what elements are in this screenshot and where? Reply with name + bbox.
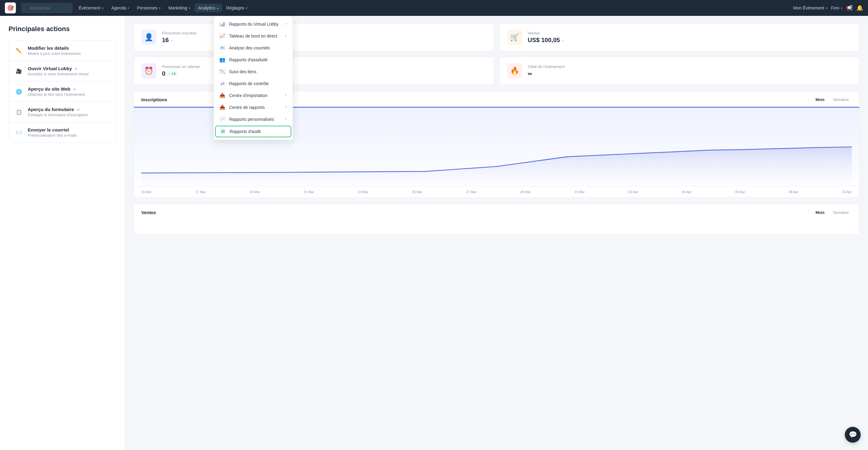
external-link-icon: ↗: [284, 22, 287, 26]
link-chart-icon: 📉: [219, 69, 225, 74]
stat-attente: ⏰ Personnes en attente 0 ↑ +1: [134, 57, 494, 85]
people-icon: 👥: [219, 57, 225, 63]
dropdown-rapports-assiduite[interactable]: 👥 Rapports d'assiduité: [214, 54, 292, 66]
action-apercu-web[interactable]: 🌐 Aperçu du site Web ↗ Obtenez le lien v…: [9, 82, 116, 102]
upload-icon: 📤: [219, 92, 225, 98]
nav-item-analytics[interactable]: Analytics ▴: [195, 4, 222, 12]
clock-icon: ⏰: [144, 66, 153, 75]
chevron-down-icon: ▾: [159, 6, 160, 10]
cart-icon: 🛒: [510, 33, 519, 41]
ventes-chart: Ventes Mois Semaine: [134, 204, 860, 235]
megaphone-icon[interactable]: 📢: [846, 5, 853, 11]
chevron-up-icon: ▴: [217, 6, 218, 10]
stat-icon-wrap-attente: ⏰: [141, 63, 156, 78]
ventes-chart-tabs: Mois Semaine: [812, 209, 852, 216]
main-layout: Principales actions ✏️ Modifier les déta…: [0, 16, 868, 450]
bell-icon[interactable]: 🔔: [857, 5, 863, 11]
stat-icon-wrap-cible: 🔥: [507, 63, 522, 78]
tab-semaine-inscriptions[interactable]: Semaine: [830, 96, 852, 103]
stat-ventes: 🛒 Ventes US$ 100,05 -: [499, 23, 860, 51]
nav-item-marketing[interactable]: Marketing ▾: [165, 4, 194, 12]
dropdown-centre-rapports[interactable]: 📥 Centre de rapports ↗: [214, 101, 292, 113]
search-input[interactable]: [21, 3, 72, 13]
nav-items: Événement ▾ Agenda ▾ Personnes ▾ Marketi…: [75, 4, 791, 12]
chevron-down-icon: ▾: [246, 6, 247, 10]
dropdown-rapports-controle[interactable]: ⇄ Rapports de contrôle: [214, 77, 292, 89]
action-apercu-form[interactable]: 📋 Aperçu du formulaire ↗ Partager le for…: [9, 102, 116, 122]
stat-inscrites: 👤 Personnes inscrites 16 -: [134, 23, 494, 51]
download-icon: 📥: [219, 104, 225, 110]
transfer-icon: ⇄: [219, 81, 225, 86]
chevron-down-icon: ▾: [127, 6, 129, 10]
external-link-icon: ↗: [284, 34, 287, 38]
external-link-icon: ↗: [284, 93, 287, 97]
logo: 🎯: [5, 2, 16, 13]
external-link-icon: ↗: [74, 67, 77, 71]
ventes-chart-title: Ventes: [141, 210, 156, 215]
chevron-down-icon: ▾: [841, 6, 842, 10]
ventes-chart-area: [134, 216, 859, 234]
topnav: 🎯 🔍 Événement ▾ Agenda ▾ Personnes ▾ Mar…: [0, 0, 868, 16]
inscriptions-chart-title: Inscriptions: [141, 97, 167, 102]
stat-cible: 🔥 Cible de l'événement ∞: [499, 57, 860, 85]
external-link-icon: ↗: [73, 88, 76, 91]
tab-mois-ventes[interactable]: Mois: [812, 209, 828, 216]
dropdown-tableau-bord[interactable]: 📈 Tableau de bord en direct ↗: [214, 30, 292, 42]
line-chart-icon: 📈: [219, 33, 225, 39]
inscriptions-chart-tabs: Mois Semaine: [812, 96, 852, 103]
dropdown-analyse-courriels[interactable]: 📧 Analyse des courriels: [214, 42, 292, 54]
action-virtual-lobby[interactable]: 🎥 Ouvrir Virtual Lobby ↗ Accédez à votre…: [9, 61, 116, 82]
action-modifier[interactable]: ✏️ Modifier les détails Mettre à jour vo…: [9, 40, 116, 61]
nav-item-evenement[interactable]: Événement ▾: [75, 4, 107, 12]
clipboard-icon: 📋: [14, 107, 24, 117]
mon-evenement-button[interactable]: Mon Événement ▾: [793, 5, 828, 10]
chevron-down-icon: ▾: [189, 6, 190, 10]
custom-report-icon: 📄: [219, 116, 225, 122]
external-link-icon: ↗: [76, 108, 79, 112]
dropdown-rapports-audit[interactable]: 🏛 Rapports d'audit: [215, 126, 291, 137]
bar-chart-icon: 📊: [219, 21, 225, 27]
analytics-dropdown: 📊 Rapports du Virtual Lobby ↗ 📈 Tableau …: [214, 16, 293, 140]
stat-icon-wrap-ventes: 🛒: [507, 30, 522, 45]
tab-mois-inscriptions[interactable]: Mois: [812, 96, 828, 103]
dropdown-rapports-personnalises[interactable]: 📄 Rapports personnalisés ↗: [214, 113, 292, 125]
edit-icon: ✏️: [14, 46, 24, 55]
nav-item-agenda[interactable]: Agenda ▾: [108, 4, 133, 12]
nav-item-personnes[interactable]: Personnes ▾: [133, 4, 164, 12]
nav-item-reglages[interactable]: Réglages ▾: [223, 4, 251, 12]
chevron-down-icon: ▾: [102, 6, 103, 10]
fire-icon: 🔥: [510, 66, 519, 75]
dropdown-suivi-liens[interactable]: 📉 Suivi des liens: [214, 66, 292, 77]
stat-icon-wrap-inscrites: 👤: [141, 30, 156, 45]
nav-right: Mon Événement ▾ Finn ▾ 📢 🔔: [793, 5, 863, 11]
action-list: ✏️ Modifier les détails Mettre à jour vo…: [8, 40, 116, 143]
chart-dates: 15 Mar 17 Mar 19 Mar 21 Mar 23 Mar 25 Ma…: [134, 186, 859, 197]
dropdown-rapports-virtual-lobby[interactable]: 📊 Rapports du Virtual Lobby ↗: [214, 18, 292, 30]
chat-bubble[interactable]: 💬: [845, 427, 861, 443]
sidebar-title: Principales actions: [8, 25, 116, 33]
video-icon: 🎥: [14, 66, 24, 76]
mail-icon: ✉️: [14, 128, 24, 137]
external-link-icon: ↗: [284, 117, 287, 121]
dropdown-centre-importation[interactable]: 📤 Centre d'importation ↗: [214, 89, 292, 101]
search-wrap: 🔍: [21, 3, 72, 13]
external-link-icon: ↗: [284, 105, 287, 109]
tab-semaine-ventes[interactable]: Semaine: [830, 209, 852, 216]
user-button[interactable]: Finn ▾: [831, 5, 842, 10]
audit-icon: 🏛: [220, 129, 226, 134]
person-icon: 👤: [144, 33, 153, 41]
globe-icon: 🌐: [14, 87, 24, 96]
chevron-down-icon: ▾: [826, 6, 828, 10]
action-courriel[interactable]: ✉️ Envoyer le courriel Prévisualisation …: [9, 122, 116, 142]
sidebar: Principales actions ✏️ Modifier les déta…: [0, 16, 125, 450]
mail-chart-icon: 📧: [219, 45, 225, 51]
